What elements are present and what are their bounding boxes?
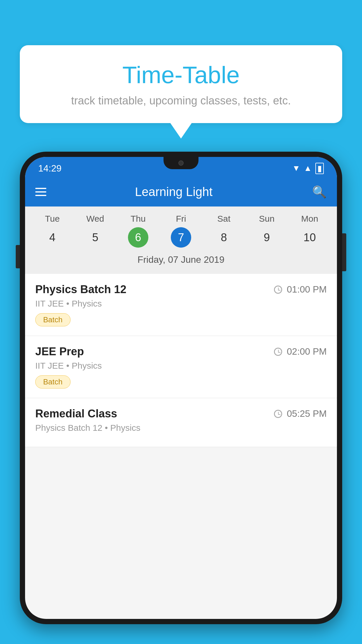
day-numbers: 4 5 6 7 8 9 10	[31, 227, 331, 248]
schedule-list: Physics Batch 12 01:00 PM IIT JEE • Phys…	[25, 274, 337, 447]
wifi-icon: ▼	[292, 164, 301, 173]
phone-screen: 14:29 ▼ ▲ ▮ Learning Light 🔍	[25, 157, 337, 619]
schedule-item-3-time: 05:25 PM	[274, 408, 327, 419]
signal-icon: ▲	[304, 164, 312, 173]
schedule-item-1-badge: Batch	[35, 313, 71, 326]
clock-icon-1	[274, 286, 282, 294]
day-10[interactable]: 10	[299, 227, 320, 248]
schedule-item-1-header: Physics Batch 12 01:00 PM	[35, 283, 327, 296]
clock-icon-2	[274, 348, 282, 356]
day-5[interactable]: 5	[85, 227, 106, 248]
day-8[interactable]: 8	[214, 227, 234, 248]
calendar-week: Tue Wed Thu Fri Sat Sun Mon 4 5 6 7 8 9 …	[25, 206, 337, 274]
hamburger-menu[interactable]	[35, 188, 46, 196]
day-6-today[interactable]: 6	[128, 227, 148, 248]
clock-icon-3	[274, 410, 282, 418]
day-label-mon: Mon	[288, 214, 331, 224]
app-bar: Learning Light 🔍	[25, 177, 337, 206]
day-9[interactable]: 9	[256, 227, 277, 248]
speech-bubble-subtitle: track timetable, upcoming classes, tests…	[37, 94, 325, 107]
speech-bubble-section: Time-Table track timetable, upcoming cla…	[20, 45, 342, 139]
schedule-item-2-badge: Batch	[35, 375, 71, 388]
day-label-thu: Thu	[117, 214, 159, 224]
schedule-item-1-title: Physics Batch 12	[35, 283, 126, 296]
phone-container: 14:29 ▼ ▲ ▮ Learning Light 🔍	[20, 152, 342, 644]
speech-bubble: Time-Table track timetable, upcoming cla…	[20, 45, 342, 123]
schedule-item-2-time: 02:00 PM	[274, 346, 327, 357]
day-4[interactable]: 4	[42, 227, 63, 248]
speech-bubble-pointer	[170, 123, 192, 139]
status-icons: ▼ ▲ ▮	[292, 163, 324, 174]
battery-icon: ▮	[315, 163, 324, 174]
schedule-item-3-title: Remedial Class	[35, 407, 117, 420]
app-title: Learning Light	[55, 185, 292, 199]
day-7-selected[interactable]: 7	[171, 227, 191, 248]
day-headers: Tue Wed Thu Fri Sat Sun Mon	[31, 214, 331, 224]
day-label-tue: Tue	[31, 214, 74, 224]
speech-bubble-title: Time-Table	[37, 61, 325, 89]
schedule-item-3-header: Remedial Class 05:25 PM	[35, 407, 327, 420]
schedule-item-1-time: 01:00 PM	[274, 284, 327, 295]
schedule-item-1-subtitle: IIT JEE • Physics	[35, 299, 327, 309]
schedule-item-3-subtitle: Physics Batch 12 • Physics	[35, 423, 327, 433]
phone-notch	[164, 157, 198, 169]
day-label-sat: Sat	[203, 214, 245, 224]
schedule-item-2-title: JEE Prep	[35, 345, 84, 358]
day-label-fri: Fri	[159, 214, 202, 224]
schedule-item-2[interactable]: JEE Prep 02:00 PM IIT JEE • Physics Batc…	[25, 336, 337, 398]
selected-date-label: Friday, 07 June 2019	[31, 252, 331, 271]
day-label-sun: Sun	[245, 214, 288, 224]
schedule-item-3[interactable]: Remedial Class 05:25 PM Physics Batch 12…	[25, 398, 337, 447]
status-time: 14:29	[38, 163, 61, 174]
schedule-item-2-subtitle: IIT JEE • Physics	[35, 361, 327, 371]
phone-mockup: 14:29 ▼ ▲ ▮ Learning Light 🔍	[20, 152, 342, 624]
search-icon[interactable]: 🔍	[312, 185, 327, 199]
camera-icon	[178, 160, 184, 166]
schedule-item-2-header: JEE Prep 02:00 PM	[35, 345, 327, 358]
day-label-wed: Wed	[74, 214, 117, 224]
schedule-item-1[interactable]: Physics Batch 12 01:00 PM IIT JEE • Phys…	[25, 274, 337, 336]
